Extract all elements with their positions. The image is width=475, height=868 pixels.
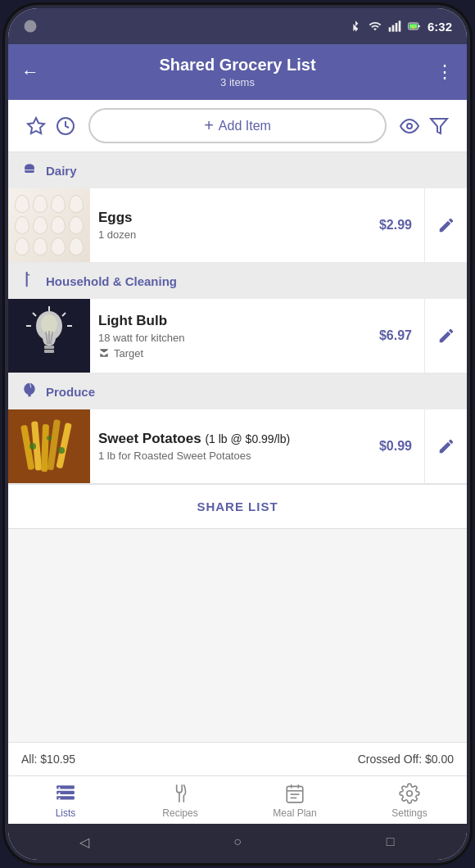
potato-price: $0.99 [379, 439, 412, 454]
svg-point-0 [25, 20, 37, 33]
svg-rect-43 [58, 798, 60, 799]
status-left [23, 19, 38, 34]
svg-point-37 [58, 447, 65, 454]
bulb-price-col: $6.97 [367, 299, 424, 373]
bulb-name: Light Bulb [98, 313, 359, 329]
crossed-off: Crossed Off: $0.00 [358, 753, 454, 766]
nav-recipes[interactable]: Recipes [152, 783, 209, 819]
meal-plan-label: Meal Plan [273, 807, 316, 819]
svg-marker-9 [28, 118, 44, 133]
svg-line-21 [33, 313, 36, 316]
svg-point-52 [407, 791, 413, 797]
status-right: ⚡ 6:32 [349, 20, 452, 34]
android-recent-button[interactable]: □ [373, 824, 409, 860]
more-menu-button[interactable]: ⋮ [424, 61, 454, 83]
dairy-label: Dairy [46, 164, 77, 178]
store-name: Target [114, 347, 143, 359]
svg-rect-42 [58, 793, 60, 794]
produce-icon [21, 382, 38, 401]
android-nav-bar: ◁ ○ □ [8, 824, 467, 860]
signal-bars-icon [388, 20, 401, 33]
add-icon: + [204, 116, 214, 135]
svg-rect-1 [389, 27, 391, 31]
nav-settings[interactable]: Settings [381, 783, 438, 819]
store-icon [98, 347, 110, 359]
eggs-desc: 1 dozen [98, 228, 359, 241]
lists-label: Lists [56, 807, 76, 819]
signal-icon [23, 19, 38, 34]
svg-text:⚡: ⚡ [411, 25, 416, 30]
bottom-nav: Lists Recipes Meal Plan [8, 775, 467, 824]
bulb-price: $6.97 [379, 328, 412, 343]
view-button[interactable] [395, 111, 424, 141]
list-item: Sweet Potatoes (1 lb @ $0.99/lb) 1 lb fo… [8, 409, 467, 484]
summary-bar: All: $10.95 Crossed Off: $0.00 [8, 742, 467, 775]
svg-rect-7 [418, 25, 420, 28]
category-household-header: Household & Cleaning [8, 263, 467, 299]
filter-button[interactable] [424, 111, 454, 141]
favorite-button[interactable] [21, 111, 51, 141]
eggs-edit-button[interactable] [424, 188, 467, 262]
nav-lists[interactable]: Lists [37, 783, 94, 819]
potato-illustration [8, 409, 90, 483]
eggs-name: Eggs [98, 210, 359, 226]
svg-rect-19 [44, 350, 54, 353]
star-icon [26, 116, 46, 136]
add-item-label: Add Item [219, 119, 271, 133]
eggs-price-col: $2.99 [367, 188, 424, 262]
potato-desc: 1 lb for Roasted Sweet Potatoes [98, 450, 359, 462]
clock-icon [56, 116, 75, 136]
svg-rect-18 [44, 346, 54, 349]
header-title-group: Shared Grocery List 3 items [159, 56, 315, 88]
history-button[interactable] [51, 111, 80, 141]
bulb-edit-button[interactable] [424, 299, 467, 373]
recipes-icon [170, 783, 191, 804]
toolbar: + Add Item [8, 100, 467, 152]
svg-point-35 [29, 443, 36, 450]
eggs-image [8, 188, 90, 262]
svg-rect-4 [399, 20, 401, 31]
item-count: 3 items [159, 76, 315, 88]
edit-icon [437, 437, 455, 455]
category-dairy-header: Dairy [8, 152, 467, 188]
potato-name: Sweet Potatoes (1 lb @ $0.99/lb) [98, 431, 359, 447]
page-title: Shared Grocery List [159, 56, 315, 75]
produce-label: Produce [46, 385, 95, 399]
bulb-store: Target [98, 347, 359, 359]
eggs-details: Eggs 1 dozen [90, 188, 367, 262]
eye-icon [400, 116, 419, 136]
phone-frame: ⚡ 6:32 ← Shared Grocery List 3 items ⋮ + [8, 8, 467, 860]
potato-details: Sweet Potatoes (1 lb @ $0.99/lb) 1 lb fo… [90, 409, 367, 483]
potato-image [8, 409, 90, 483]
potato-edit-button[interactable] [424, 409, 467, 483]
svg-rect-2 [392, 25, 395, 32]
back-button[interactable]: ← [21, 61, 51, 83]
bulb-desc: 18 watt for kitchen [98, 332, 359, 344]
meal-plan-icon [284, 783, 305, 804]
share-list-button[interactable]: SHARE LIST [8, 484, 467, 529]
settings-label: Settings [391, 807, 427, 819]
nav-meal-plan[interactable]: Meal Plan [266, 783, 323, 819]
svg-rect-41 [58, 787, 60, 789]
android-back-button[interactable]: ◁ [66, 824, 102, 860]
potato-price-col: $0.99 [367, 409, 424, 483]
filter-icon [429, 116, 449, 136]
add-item-button[interactable]: + Add Item [88, 108, 387, 143]
dairy-icon [21, 160, 38, 180]
total-all: All: $10.95 [21, 753, 75, 766]
svg-rect-3 [396, 23, 398, 32]
app-header: ← Shared Grocery List 3 items ⋮ [8, 44, 467, 100]
household-icon [21, 271, 38, 291]
list-content: Dairy Eggs 1 dozen $2.99 [8, 152, 467, 742]
list-item: Eggs 1 dozen $2.99 [8, 188, 467, 263]
android-home-button[interactable]: ○ [219, 824, 256, 860]
lists-icon [55, 783, 76, 804]
bulb-image [8, 299, 90, 373]
settings-icon [399, 783, 420, 804]
household-label: Household & Cleaning [46, 274, 177, 288]
time-display: 6:32 [428, 20, 452, 34]
edit-icon [437, 216, 455, 234]
svg-rect-29 [8, 409, 90, 483]
eggs-price: $2.99 [379, 218, 412, 233]
edit-icon [437, 327, 455, 345]
